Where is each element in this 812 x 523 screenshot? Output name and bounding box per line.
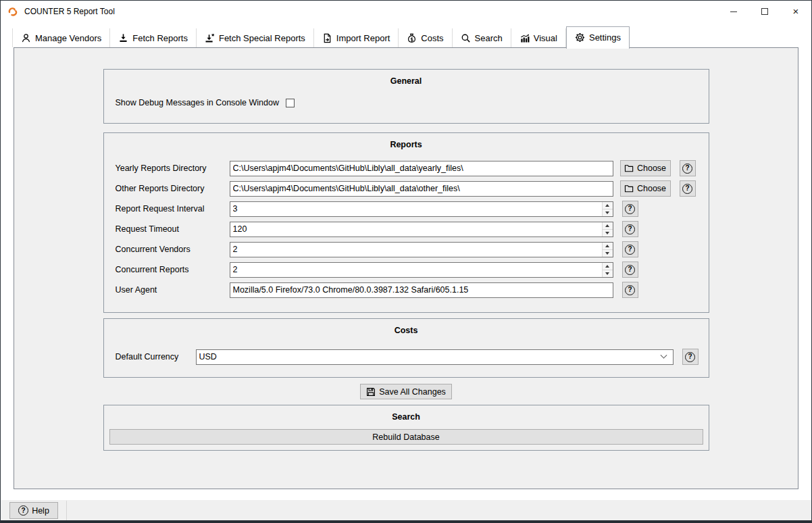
other-directory-choose-button[interactable]: Choose xyxy=(620,180,671,197)
spin-down-button[interactable] xyxy=(602,270,613,277)
spinner-buttons xyxy=(602,202,613,216)
tab-manage-vendors[interactable]: Manage Vendors xyxy=(12,28,110,47)
download-star-icon xyxy=(205,33,215,43)
help-icon: ? xyxy=(625,224,635,234)
default-currency-select[interactable]: USD xyxy=(196,349,674,365)
request-timeout-input[interactable] xyxy=(230,222,613,237)
spinner-buttons xyxy=(602,263,613,277)
default-currency-row: Default Currency USD ? xyxy=(104,349,709,365)
choose-button-label: Choose xyxy=(637,164,666,173)
yearly-directory-choose-button[interactable]: Choose xyxy=(620,160,671,176)
concurrent-vendors-help-button[interactable]: ? xyxy=(622,241,638,257)
tab-label: Settings xyxy=(589,32,621,43)
window-title: COUNTER 5 Report Tool xyxy=(24,7,115,16)
request-interval-spinbox xyxy=(230,201,613,217)
default-currency-value: USD xyxy=(199,352,217,362)
concurrent-reports-help-button[interactable]: ? xyxy=(622,262,638,278)
yearly-directory-help-button[interactable]: ? xyxy=(680,160,696,176)
minimize-button[interactable] xyxy=(718,1,749,22)
maximize-button[interactable] xyxy=(749,1,780,22)
spin-down-button[interactable] xyxy=(602,250,613,257)
help-icon: ? xyxy=(682,164,692,174)
tab-label: Fetch Reports xyxy=(132,33,188,43)
folder-icon xyxy=(624,164,634,172)
spinner-buttons xyxy=(602,243,613,257)
tab-import-report[interactable]: Import Report xyxy=(314,28,399,47)
money-bag-icon xyxy=(407,33,417,43)
concurrent-vendors-spinbox xyxy=(230,242,613,257)
tab-fetch-special-reports[interactable]: Fetch Special Reports xyxy=(197,28,314,47)
request-interval-input[interactable] xyxy=(230,201,613,217)
tab-fetch-reports[interactable]: Fetch Reports xyxy=(110,28,197,47)
concurrent-reports-spinbox xyxy=(230,262,613,278)
gear-icon xyxy=(575,32,585,43)
minimize-icon xyxy=(730,11,737,12)
request-interval-label: Report Request Interval xyxy=(116,204,230,214)
search-group: Search Rebuild Database xyxy=(103,405,709,451)
tab-label: Manage Vendors xyxy=(35,33,101,43)
debug-messages-checkbox[interactable] xyxy=(286,99,295,107)
app-logo-icon xyxy=(7,7,19,17)
request-timeout-help-button[interactable]: ? xyxy=(622,221,638,237)
title-bar: COUNTER 5 Report Tool × xyxy=(1,1,811,22)
user-agent-label: User Agent xyxy=(116,285,230,295)
arrow-up-icon xyxy=(605,265,609,268)
tab-label: Fetch Special Reports xyxy=(219,33,305,43)
concurrent-reports-label: Concurrent Reports xyxy=(116,265,230,274)
help-icon: ? xyxy=(682,184,692,194)
spin-up-button[interactable] xyxy=(602,202,613,209)
status-bar: ? Help xyxy=(1,500,811,520)
other-directory-help-button[interactable]: ? xyxy=(680,180,696,197)
tab-visual[interactable]: Visual xyxy=(511,28,566,47)
debug-messages-row: Show Debug Messages in Console Window xyxy=(104,98,709,107)
rebuild-database-button[interactable]: Rebuild Database xyxy=(109,429,703,445)
general-group-title: General xyxy=(104,70,709,86)
default-currency-help-button[interactable]: ? xyxy=(682,349,699,365)
maximize-icon xyxy=(761,8,768,15)
arrow-down-icon xyxy=(605,252,609,255)
spinner-buttons xyxy=(602,222,613,236)
save-row: Save All Changes xyxy=(14,384,798,399)
chart-icon xyxy=(519,33,530,43)
tab-costs[interactable]: Costs xyxy=(399,28,452,47)
arrow-up-icon xyxy=(605,204,609,207)
import-icon xyxy=(322,33,332,43)
spin-up-button[interactable] xyxy=(602,222,613,230)
concurrent-vendors-input[interactable] xyxy=(230,242,613,257)
spin-up-button[interactable] xyxy=(602,263,613,270)
spin-up-button[interactable] xyxy=(602,243,613,250)
user-agent-help-button[interactable]: ? xyxy=(622,282,638,298)
pane-bottom-gap xyxy=(1,489,811,500)
concurrent-reports-row: Concurrent Reports ? xyxy=(104,259,709,280)
arrow-up-icon xyxy=(605,245,609,247)
request-interval-help-button[interactable]: ? xyxy=(622,201,638,217)
spin-down-button[interactable] xyxy=(602,209,613,216)
concurrent-reports-input[interactable] xyxy=(230,262,613,278)
debug-messages-label: Show Debug Messages in Console Window xyxy=(116,98,280,107)
arrow-down-icon xyxy=(605,211,609,214)
tab-search[interactable]: Search xyxy=(453,28,511,47)
save-icon xyxy=(366,387,376,397)
other-directory-row: Other Reports Directory Choose ? xyxy=(104,178,709,199)
default-currency-label: Default Currency xyxy=(116,352,196,362)
spin-down-button[interactable] xyxy=(602,230,613,236)
tab-settings[interactable]: Settings xyxy=(566,26,630,49)
costs-group: Costs Default Currency USD ? xyxy=(103,318,709,378)
reports-group: Reports Yearly Reports Directory Choose … xyxy=(103,132,709,313)
other-directory-input[interactable] xyxy=(230,181,613,197)
costs-group-title: Costs xyxy=(104,319,709,335)
save-all-changes-button[interactable]: Save All Changes xyxy=(360,384,452,399)
yearly-directory-label: Yearly Reports Directory xyxy=(116,164,230,173)
yearly-directory-input[interactable] xyxy=(230,161,613,176)
reports-group-title: Reports xyxy=(104,133,709,149)
close-button[interactable]: × xyxy=(780,1,811,22)
help-button[interactable]: ? Help xyxy=(9,502,58,519)
tab-label: Import Report xyxy=(336,33,390,43)
help-button-label: Help xyxy=(32,506,49,516)
user-agent-input[interactable] xyxy=(230,282,613,298)
request-interval-row: Report Request Interval ? xyxy=(104,199,709,219)
concurrent-vendors-row: Concurrent Vendors ? xyxy=(104,239,709,259)
arrow-down-icon xyxy=(605,232,609,234)
settings-tab-panel: General Show Debug Messages in Console W… xyxy=(14,47,798,489)
request-timeout-label: Request Timeout xyxy=(116,224,230,234)
